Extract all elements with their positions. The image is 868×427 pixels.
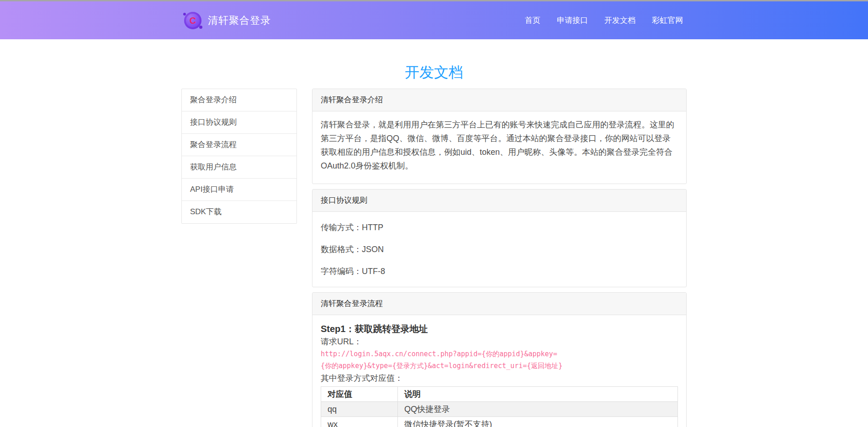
sidebar-item-login-intro[interactable]: 聚合登录介绍 [182, 89, 296, 111]
section-intro-header: 清轩聚合登录介绍 [312, 89, 686, 111]
brand-title: 清轩聚合登录 [208, 14, 271, 27]
sidebar-item-protocol-rules[interactable]: 接口协议规则 [182, 111, 296, 134]
login-type-table: 对应值 说明 qq QQ快捷登录 wx 微信快捷登录(暂不支持) [321, 386, 678, 427]
table-cell-desc: 微信快捷登录(暂不支持) [398, 417, 678, 427]
intro-paragraph: 清轩聚合登录，就是利用用户在第三方平台上已有的账号来快速完成自己应用的登录流程。… [321, 118, 678, 173]
brand-logo-icon: C [184, 12, 201, 29]
table-row: wx 微信快捷登录(暂不支持) [321, 417, 678, 427]
logo-orbit-dot-bottom [199, 26, 202, 29]
section-protocol-body: 传输方式：HTTP 数据格式：JSON 字符编码：UTF-8 [312, 212, 686, 287]
protocol-data-format: 数据格式：JSON [321, 243, 678, 256]
step1-title: Step1：获取跳转登录地址 [321, 322, 678, 335]
logo-orbit-dot-top [183, 13, 186, 16]
nav-item-rainbow-site[interactable]: 彩虹官网 [652, 15, 683, 26]
section-flow-body: Step1：获取跳转登录地址 请求URL： http://login.5aqx.… [312, 315, 686, 427]
header-inner: C 清轩聚合登录 首页 申请接口 开发文档 彩虹官网 [181, 12, 687, 29]
docs-sidebar: 聚合登录介绍 接口协议规则 聚合登录流程 获取用户信息 API接口申请 SDK下… [181, 89, 297, 224]
nav-item-dev-docs[interactable]: 开发文档 [604, 15, 635, 26]
page-title-wrap: 开发文档 [181, 63, 687, 81]
site-header: C 清轩聚合登录 首页 申请接口 开发文档 彩虹官网 [0, 1, 868, 39]
sidebar-item-sdk-download[interactable]: SDK下载 [182, 201, 296, 223]
table-header-desc: 说明 [398, 387, 678, 402]
request-url-label: 请求URL： [321, 335, 678, 348]
table-row: qq QQ快捷登录 [321, 402, 678, 417]
section-protocol-header: 接口协议规则 [312, 190, 686, 212]
sidebar-item-api-apply[interactable]: API接口申请 [182, 179, 296, 201]
sidebar-item-get-user-info[interactable]: 获取用户信息 [182, 156, 296, 179]
brand-link[interactable]: C 清轩聚合登录 [181, 12, 271, 29]
section-flow-header: 清轩聚合登录流程 [312, 293, 686, 315]
docs-content: 清轩聚合登录介绍 清轩聚合登录，就是利用用户在第三方平台上已有的账号来快速完成自… [312, 89, 687, 427]
protocol-charset: 字符编码：UTF-8 [321, 265, 678, 278]
request-url-code: http://login.5aqx.cn/connect.php?appid={… [321, 348, 567, 372]
section-flow: 清轩聚合登录流程 Step1：获取跳转登录地址 请求URL： http://lo… [312, 292, 687, 427]
section-intro: 清轩聚合登录介绍 清轩聚合登录，就是利用用户在第三方平台上已有的账号来快速完成自… [312, 89, 687, 184]
mapping-label: 其中登录方式对应值： [321, 372, 678, 385]
main-nav: 首页 申请接口 开发文档 彩虹官网 [525, 15, 687, 26]
table-cell-desc: QQ快捷登录 [398, 402, 678, 417]
table-header-value: 对应值 [321, 387, 398, 402]
table-header-row: 对应值 说明 [321, 387, 678, 402]
protocol-transport: 传输方式：HTTP [321, 221, 678, 234]
nav-item-home[interactable]: 首页 [525, 15, 540, 26]
table-cell-key: wx [321, 417, 398, 427]
logo-letter: C [190, 16, 196, 25]
section-intro-body: 清轩聚合登录，就是利用用户在第三方平台上已有的账号来快速完成自己应用的登录流程。… [312, 111, 686, 184]
section-protocol: 接口协议规则 传输方式：HTTP 数据格式：JSON 字符编码：UTF-8 [312, 189, 687, 287]
main-layout: 聚合登录介绍 接口协议规则 聚合登录流程 获取用户信息 API接口申请 SDK下… [181, 89, 687, 427]
page-title: 开发文档 [181, 63, 687, 81]
nav-item-apply-api[interactable]: 申请接口 [557, 15, 588, 26]
sidebar-item-login-flow[interactable]: 聚合登录流程 [182, 134, 296, 156]
table-cell-key: qq [321, 402, 398, 417]
